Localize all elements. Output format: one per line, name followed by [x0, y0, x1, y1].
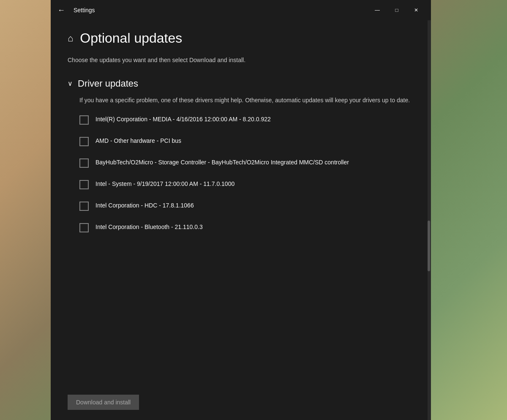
driver-checkbox-2[interactable] — [79, 137, 89, 146]
page-description: Choose the updates you want and then sel… — [68, 56, 414, 65]
titlebar-title: Settings — [74, 7, 368, 14]
driver-checkbox-3[interactable] — [79, 158, 89, 168]
driver-label-4: Intel - System - 9/19/2017 12:00:00 AM -… — [95, 180, 234, 188]
driver-checkbox-6[interactable] — [79, 223, 89, 232]
titlebar-controls: — □ ✕ — [368, 3, 426, 17]
driver-updates-section: ∨ Driver updates If you have a specific … — [68, 78, 414, 232]
driver-checkbox-1[interactable] — [79, 115, 89, 125]
bottom-bar: Download and install — [51, 386, 431, 420]
close-button[interactable]: ✕ — [406, 3, 426, 17]
content-area: ⌂ Optional updates Choose the updates yo… — [51, 20, 431, 386]
scrollbar[interactable] — [428, 20, 431, 420]
driver-updates-title: Driver updates — [78, 78, 138, 89]
minimize-button[interactable]: — — [368, 3, 387, 17]
driver-checkbox-5[interactable] — [79, 202, 89, 211]
list-item: Intel(R) Corporation - MEDIA - 4/16/2016… — [79, 115, 414, 125]
list-item: Intel - System - 9/19/2017 12:00:00 AM -… — [79, 180, 414, 189]
scrollbar-thumb — [428, 221, 430, 271]
list-item: Intel Corporation - HDC - 17.8.1.1066 — [79, 201, 414, 211]
settings-window: ← Settings — □ ✕ ⌂ Optional updates Choo… — [51, 0, 431, 420]
back-button[interactable]: ← — [56, 4, 67, 16]
driver-label-2: AMD - Other hardware - PCI bus — [95, 136, 181, 145]
driver-updates-description: If you have a specific problem, one of t… — [79, 96, 414, 105]
page-header: ⌂ Optional updates — [68, 30, 414, 46]
close-icon: ✕ — [414, 7, 418, 13]
maximize-button[interactable]: □ — [387, 3, 406, 17]
minimize-icon: — — [375, 7, 380, 13]
list-item: BayHubTech/O2Micro - Storage Controller … — [79, 158, 414, 168]
list-item: AMD - Other hardware - PCI bus — [79, 136, 414, 146]
download-install-button[interactable]: Download and install — [68, 395, 139, 410]
list-item: Intel Corporation - Bluetooth - 21.110.0… — [79, 223, 414, 232]
driver-updates-header[interactable]: ∨ Driver updates — [68, 78, 414, 89]
driver-label-5: Intel Corporation - HDC - 17.8.1.1066 — [95, 201, 194, 210]
driver-label-1: Intel(R) Corporation - MEDIA - 4/16/2016… — [95, 115, 271, 124]
chevron-down-icon: ∨ — [68, 79, 73, 87]
driver-label-3: BayHubTech/O2Micro - Storage Controller … — [95, 158, 349, 167]
driver-checkbox-4[interactable] — [79, 180, 89, 189]
titlebar: ← Settings — □ ✕ — [51, 0, 431, 20]
driver-label-6: Intel Corporation - Bluetooth - 21.110.0… — [95, 223, 203, 232]
maximize-icon: □ — [395, 7, 398, 13]
driver-list: Intel(R) Corporation - MEDIA - 4/16/2016… — [79, 115, 414, 232]
page-title: Optional updates — [80, 30, 182, 46]
back-icon: ← — [57, 6, 65, 15]
home-icon: ⌂ — [68, 33, 73, 44]
